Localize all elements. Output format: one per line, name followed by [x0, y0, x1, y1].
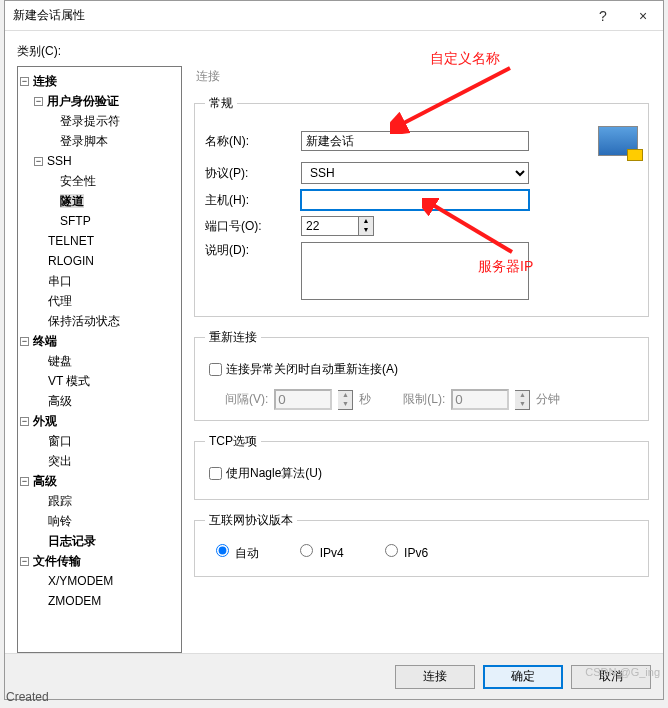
connect-button[interactable]: 连接: [395, 665, 475, 689]
name-input[interactable]: [301, 131, 529, 151]
tree-login-script[interactable]: 登录脚本: [60, 134, 108, 148]
protocol-select[interactable]: SSH: [301, 162, 529, 184]
port-label: 端口号(O):: [205, 218, 301, 235]
limit-input: [451, 389, 509, 410]
tree-serial[interactable]: 串口: [48, 274, 72, 288]
limit-spinner: ▲▼: [515, 390, 530, 410]
tree-filetransfer[interactable]: 文件传输: [33, 554, 81, 568]
tree-appearance[interactable]: 外观: [33, 414, 57, 428]
reconnect-group: 重新连接 连接异常关闭时自动重新连接(A) 间隔(V): ▲▼ 秒 限制(L):…: [194, 329, 649, 421]
window-title: 新建会话属性: [13, 7, 583, 24]
tree-keyboard[interactable]: 键盘: [48, 354, 72, 368]
ok-button[interactable]: 确定: [483, 665, 563, 689]
auto-reconnect-label: 连接异常关闭时自动重新连接(A): [226, 361, 398, 378]
tree-bell[interactable]: 响铃: [48, 514, 72, 528]
tree-login-prompt[interactable]: 登录提示符: [60, 114, 120, 128]
tcp-legend: TCP选项: [205, 433, 261, 450]
tree-terminal[interactable]: 终端: [33, 334, 57, 348]
minus-icon[interactable]: −: [20, 477, 29, 486]
breadcrumb: 连接: [192, 66, 651, 91]
tree-zmodem[interactable]: ZMODEM: [48, 594, 101, 608]
minutes-label: 分钟: [536, 391, 560, 408]
tree-advanced[interactable]: 高级: [33, 474, 57, 488]
tree-window[interactable]: 窗口: [48, 434, 72, 448]
nagle-checkbox[interactable]: [209, 467, 222, 480]
seconds-label: 秒: [359, 391, 371, 408]
category-label: 类别(C):: [17, 43, 651, 60]
ipver-legend: 互联网协议版本: [205, 512, 297, 529]
created-label: Created: [6, 690, 49, 704]
name-label: 名称(N):: [205, 133, 301, 150]
session-properties-dialog: 新建会话属性 ? × 类别(C): −连接 −用户身份验证 登录提示符 登录脚本…: [4, 0, 664, 700]
desc-label: 说明(D):: [205, 242, 301, 259]
ip-auto-radio[interactable]: [216, 544, 229, 557]
tree-telnet[interactable]: TELNET: [48, 234, 94, 248]
minus-icon[interactable]: −: [34, 157, 43, 166]
port-input[interactable]: [301, 216, 359, 236]
titlebar: 新建会话属性 ? ×: [5, 1, 663, 31]
help-button[interactable]: ?: [583, 1, 623, 31]
protocol-label: 协议(P):: [205, 165, 301, 182]
chevron-up-icon: ▲: [359, 217, 373, 226]
tree-advanced-term[interactable]: 高级: [48, 394, 72, 408]
button-bar: 连接 确定 取消: [5, 653, 663, 699]
tree-sftp[interactable]: SFTP: [60, 214, 91, 228]
minus-icon[interactable]: −: [20, 337, 29, 346]
tree-rlogin[interactable]: RLOGIN: [48, 254, 94, 268]
tree-trace[interactable]: 跟踪: [48, 494, 72, 508]
tree-proxy[interactable]: 代理: [48, 294, 72, 308]
tree-xymodem[interactable]: X/YMODEM: [48, 574, 113, 588]
minus-icon[interactable]: −: [20, 77, 29, 86]
category-tree[interactable]: −连接 −用户身份验证 登录提示符 登录脚本 −SSH 安全性 隧道 SFTP …: [17, 66, 182, 653]
host-input[interactable]: [301, 190, 529, 210]
chevron-down-icon: ▼: [359, 226, 373, 235]
tree-tunnel[interactable]: 隧道: [60, 194, 84, 208]
close-button[interactable]: ×: [623, 1, 663, 31]
tree-ssh[interactable]: SSH: [47, 154, 72, 168]
interval-input: [274, 389, 332, 410]
general-legend: 常规: [205, 95, 237, 112]
tree-logging[interactable]: 日志记录: [48, 534, 96, 548]
tree-vtmode[interactable]: VT 模式: [48, 374, 90, 388]
tree-security[interactable]: 安全性: [60, 174, 96, 188]
ipv4-option[interactable]: IPv4: [295, 541, 343, 562]
nagle-label: 使用Nagle算法(U): [226, 465, 322, 482]
reconnect-legend: 重新连接: [205, 329, 261, 346]
tree-highlight[interactable]: 突出: [48, 454, 72, 468]
minus-icon[interactable]: −: [34, 97, 43, 106]
interval-label: 间隔(V):: [225, 391, 268, 408]
tree-connection[interactable]: 连接: [33, 74, 57, 88]
port-spinner[interactable]: ▲▼: [359, 216, 374, 236]
minus-icon[interactable]: −: [20, 557, 29, 566]
limit-label: 限制(L):: [403, 391, 445, 408]
tree-auth[interactable]: 用户身份验证: [47, 94, 119, 108]
ip-auto-option[interactable]: 自动: [211, 541, 259, 562]
ipv6-option[interactable]: IPv6: [380, 541, 428, 562]
settings-panel: 连接 常规 名称(N): 协议(P): SSH: [192, 66, 651, 653]
interval-spinner: ▲▼: [338, 390, 353, 410]
watermark: CSDN @G_ing: [585, 666, 660, 678]
host-label: 主机(H):: [205, 192, 301, 209]
ip-version-group: 互联网协议版本 自动 IPv4 IPv6: [194, 512, 649, 577]
minus-icon[interactable]: −: [20, 417, 29, 426]
general-group: 常规 名称(N): 协议(P): SSH 主机(H):: [194, 95, 649, 317]
session-icon: [598, 126, 638, 156]
tcp-group: TCP选项 使用Nagle算法(U): [194, 433, 649, 500]
tree-keepalive[interactable]: 保持活动状态: [48, 314, 120, 328]
ipv6-radio[interactable]: [385, 544, 398, 557]
ipv4-radio[interactable]: [300, 544, 313, 557]
description-input[interactable]: [301, 242, 529, 300]
auto-reconnect-checkbox[interactable]: [209, 363, 222, 376]
